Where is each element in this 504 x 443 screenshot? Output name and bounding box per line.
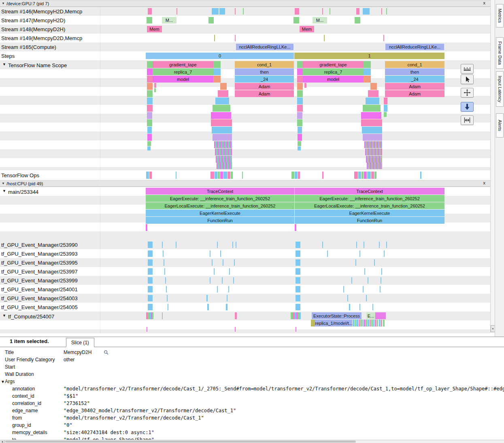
trace-event[interactable] [222,277,223,284]
pointer-tool-button[interactable] [461,74,474,84]
trace-event[interactable] [232,242,233,248]
trace-event[interactable] [297,112,302,119]
trace-event[interactable] [206,295,208,301]
trace-event[interactable] [166,286,167,293]
trace-event[interactable]: ncclAllReduceRingLLKe... [385,44,444,50]
trace-event[interactable] [364,242,364,248]
trace-event[interactable]: ncclAllReduceRingLLKe... [236,44,293,50]
side-tab-input-latency[interactable]: Input Latency [496,71,504,107]
trace-event[interactable]: Adam [235,83,294,90]
trace-event[interactable] [356,8,359,15]
timeline-track[interactable] [100,285,490,294]
trace-event[interactable] [366,320,367,326]
trace-event[interactable] [296,259,300,266]
trace-event[interactable] [214,141,232,148]
trace-event[interactable]: Adam [385,90,444,97]
trace-event[interactable] [379,320,381,326]
trace-event[interactable] [322,172,323,179]
trace-event[interactable]: Adam [235,90,294,97]
trace-event[interactable] [295,224,296,231]
trace-event[interactable]: FunctionRun [295,217,444,224]
timeline-track[interactable] [100,170,490,180]
trace-event[interactable] [231,172,233,179]
trace-event[interactable] [168,304,168,310]
timeline-track[interactable] [100,276,490,285]
trace-event[interactable] [368,277,368,284]
trace-event[interactable] [297,61,303,68]
trace-event[interactable] [147,146,151,150]
trace-event[interactable] [304,83,306,88]
trace-event[interactable] [147,17,152,23]
trace-event[interactable] [148,277,153,284]
trace-event[interactable] [370,320,371,326]
side-tab-alerts[interactable]: Alerts [496,113,504,138]
trace-event[interactable] [154,83,156,88]
trace-event[interactable] [298,134,302,141]
horizontal-scrollbar[interactable]: ◄ [0,440,504,443]
trace-event[interactable] [362,127,382,134]
timeline-track[interactable]: ncclAllReduceRingLLKe...ncclAllReduceRin… [100,42,490,51]
trace-event[interactable]: Adam [385,83,444,90]
trace-event[interactable]: cond_1 [385,61,444,68]
trace-event[interactable] [370,83,377,90]
trace-event[interactable] [296,286,300,293]
trace-event[interactable] [298,172,300,179]
trace-event[interactable] [218,172,220,179]
trace-event[interactable] [217,286,218,293]
trace-event[interactable] [354,172,358,179]
trace-event[interactable] [324,35,325,41]
trace-event[interactable] [374,172,376,179]
close-icon[interactable]: x [483,180,486,185]
trace-event[interactable] [380,286,381,293]
trace-event[interactable]: M... [313,17,327,23]
trace-event[interactable]: FunctionRun [146,217,294,224]
trace-event[interactable]: E... [366,312,375,319]
trace-event[interactable] [242,172,243,179]
trace-event[interactable] [383,35,384,41]
timeline-track[interactable] [100,7,490,16]
trace-event[interactable]: 1 [294,53,444,59]
trace-event[interactable]: model [153,76,213,83]
trace-event[interactable] [213,76,221,83]
trace-event[interactable] [365,148,382,155]
trace-event[interactable] [220,83,227,90]
trace-event[interactable] [356,320,358,326]
trace-event[interactable]: M... [162,17,177,23]
trace-event[interactable] [296,242,300,248]
timeline-track[interactable]: ExecutorState::ProcessE...replica_1/mode… [100,312,490,333]
trace-event[interactable] [229,268,230,275]
trace-event[interactable] [164,268,165,275]
trace-event[interactable] [375,312,386,319]
trace-event[interactable] [367,162,382,169]
trace-event[interactable]: replica_7 [153,68,213,75]
trace-event[interactable] [235,8,236,15]
trace-event[interactable] [228,286,229,293]
trace-event[interactable] [330,8,330,15]
trace-event[interactable] [234,259,235,266]
trace-event[interactable] [219,8,225,15]
trace-event[interactable] [327,250,328,257]
trace-event[interactable] [297,105,303,112]
trace-event[interactable] [147,141,151,146]
collapse-arrow[interactable]: ▼ [2,62,6,66]
pan-tool-button[interactable] [461,88,474,98]
trace-event[interactable] [210,250,211,257]
row-label[interactable]: ▼TensorFlow Name Scope [0,60,100,170]
timeline-track[interactable] [100,240,490,249]
trace-event[interactable] [176,172,177,179]
trace-event[interactable] [297,98,303,104]
trace-event[interactable] [322,8,323,15]
trace-event[interactable] [147,327,147,332]
trace-event[interactable] [214,35,215,41]
trace-event[interactable] [364,268,365,275]
trace-event[interactable] [360,320,362,326]
trace-event[interactable] [227,295,228,301]
trace-event[interactable] [298,127,302,134]
trace-event[interactable] [147,90,153,97]
trace-event[interactable] [383,320,385,326]
trace-event[interactable] [226,304,228,310]
trace-event[interactable] [148,295,153,301]
trace-event[interactable] [208,17,214,23]
timeline-track[interactable]: TraceContextTraceContextEagerExecute: __… [100,187,490,240]
trace-event[interactable]: TraceContext [146,188,294,195]
